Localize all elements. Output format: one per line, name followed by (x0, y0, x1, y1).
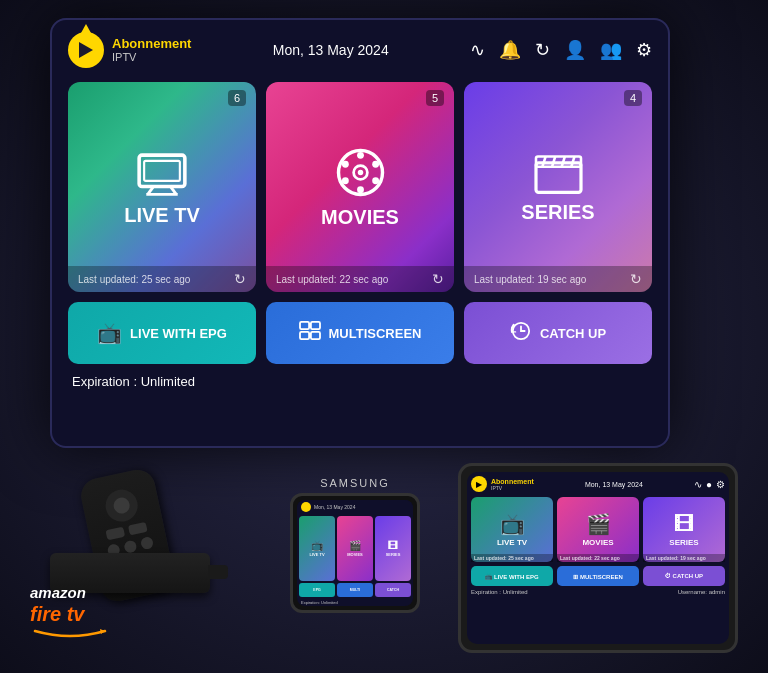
tablet-screen: ▶ Abonnement IPTV Mon, 13 May 2024 ∿ ● ⚙ (467, 472, 729, 644)
series-refresh-icon[interactable]: ↻ (630, 271, 642, 287)
phone-screen: Mon, 13 May 2024 📺 LIVE TV 🎬 MOVIES 🎞 SE… (297, 500, 413, 606)
live-tv-title: LIVE TV (124, 204, 200, 227)
movies-icon (333, 145, 388, 200)
catchup-title: CATCH UP (540, 326, 606, 341)
users-icon[interactable]: 👥 (600, 39, 622, 61)
stick-connector (208, 565, 228, 579)
phone-expiry: Expiration: Unlimited (297, 599, 413, 606)
expiration-label: Expiration : (72, 374, 137, 389)
tablet-series-card[interactable]: 🎞 SERIES Last updated: 19 sec ago (643, 497, 725, 562)
expiration-value: Unlimited (141, 374, 195, 389)
tablet-movies-updated: Last updated: 22 sec ago (557, 554, 639, 562)
tablet-header: ▶ Abonnement IPTV Mon, 13 May 2024 ∿ ● ⚙ (471, 476, 725, 492)
fire-tv-text-svg: fire tv (30, 601, 90, 625)
tv-icon (132, 148, 192, 198)
svg-point-7 (357, 152, 364, 159)
catchup-card[interactable]: CATCH UP (464, 302, 652, 364)
phone-series-card[interactable]: 🎞 SERIES (375, 516, 411, 581)
catchup-icon (510, 321, 532, 346)
tablet-multi-card[interactable]: ⊞ MULTISCREEN (557, 566, 639, 586)
phone-catchup-card[interactable]: CATCH (375, 583, 411, 597)
multiscreen-card[interactable]: MULTISCREEN (266, 302, 454, 364)
series-badge: 4 (624, 90, 642, 106)
play-icon (79, 42, 93, 58)
tablet-footer: Expiration : Unlimited Username: admin (471, 589, 725, 595)
movies-title: MOVIES (321, 206, 399, 229)
series-card[interactable]: 4 SERIES Last updated: 19 sec ago ↻ (464, 82, 652, 292)
user-icon[interactable]: 👤 (564, 39, 586, 61)
logo-text: Abonnement IPTV (112, 36, 191, 65)
firetv-stick: amazon fire tv (40, 473, 260, 593)
tablet-icons: ∿ ● ⚙ (694, 479, 725, 490)
tablet-bell-icon[interactable]: ● (706, 479, 712, 490)
movies-card[interactable]: 5 MOVIES Last updated: 22 sec ago ↻ (266, 82, 454, 292)
refresh-header-icon[interactable]: ↻ (535, 39, 550, 61)
svg-point-11 (341, 177, 348, 184)
tablet-username: Username: admin (678, 589, 725, 595)
series-updated: Last updated: 19 sec ago (474, 274, 586, 285)
phone-live-tv-card[interactable]: 📺 LIVE TV (299, 516, 335, 581)
settings-icon[interactable]: ⚙ (636, 39, 652, 61)
movies-badge: 5 (426, 90, 444, 106)
samsung-phone: SAMSUNG Mon, 13 May 2024 📺 LIVE TV 🎬 MOV… (290, 477, 420, 613)
amazon-brand-text: amazon (30, 584, 110, 601)
live-tv-card[interactable]: 6 LIVE TV Last updated: 25 sec ago ↻ (68, 82, 256, 292)
logo-icon (68, 32, 104, 68)
bell-icon[interactable]: 🔔 (499, 39, 521, 61)
live-tv-updated: Last updated: 25 sec ago (78, 274, 190, 285)
tablet-wifi-icon: ∿ (694, 479, 702, 490)
phone-epg-card[interactable]: EPG (299, 583, 335, 597)
tablet-live-updated: Last updated: 25 sec ago (471, 554, 553, 562)
phone-grid: 📺 LIVE TV 🎬 MOVIES 🎞 SERIES (297, 514, 413, 583)
tablet-movies-icon: 🎬 (586, 512, 611, 536)
movies-refresh-icon[interactable]: ↻ (432, 271, 444, 287)
expiration: Expiration : Unlimited (68, 374, 652, 389)
tablet-catchup-card[interactable]: ⏱ CATCH UP (643, 566, 725, 586)
samsung-label: SAMSUNG (290, 477, 420, 489)
logo-brand: Abonnement (112, 36, 191, 52)
tablet-bottom-row: 📺 LIVE WITH EPG ⊞ MULTISCREEN ⏱ CATCH UP (471, 566, 725, 586)
series-icon (531, 150, 586, 195)
svg-line-17 (552, 156, 555, 166)
svg-line-19 (571, 156, 574, 166)
tablet-device: ▶ Abonnement IPTV Mon, 13 May 2024 ∿ ● ⚙ (458, 463, 738, 653)
tablet-settings-icon[interactable]: ⚙ (716, 479, 725, 490)
tablet-epg-card[interactable]: 📺 LIVE WITH EPG (471, 566, 553, 586)
epg-icon: 📺 (97, 321, 122, 345)
phone-tv-icon: 📺 (311, 540, 323, 551)
series-title: SERIES (521, 201, 594, 224)
svg-point-10 (372, 161, 379, 168)
logo-area: Abonnement IPTV (68, 32, 191, 68)
tablet-series-icon: 🎞 (674, 513, 694, 536)
logo-sub: IPTV (112, 51, 191, 64)
live-epg-card[interactable]: 📺 LIVE WITH EPG (68, 302, 256, 364)
phone-logo (301, 502, 311, 512)
svg-point-12 (372, 177, 379, 184)
tablet-frame: ▶ Abonnement IPTV Mon, 13 May 2024 ∿ ● ⚙ (458, 463, 738, 653)
series-footer: Last updated: 19 sec ago ↻ (464, 266, 652, 292)
tablet-brand: Abonnement (491, 478, 534, 485)
amazon-smile-svg (30, 627, 110, 639)
header-date: Mon, 13 May 2024 (273, 42, 389, 58)
live-tv-badge: 6 (228, 90, 246, 106)
tablet-expiry: Expiration : Unlimited (471, 589, 528, 595)
main-grid: 6 LIVE TV Last updated: 25 sec ago ↻ 5 (68, 82, 652, 364)
phone-movies-card[interactable]: 🎬 MOVIES (337, 516, 373, 581)
tablet-movies-card[interactable]: 🎬 MOVIES Last updated: 22 sec ago (557, 497, 639, 562)
tablet-series-updated: Last updated: 19 sec ago (643, 554, 725, 562)
svg-line-16 (542, 156, 545, 166)
tablet-sub: IPTV (491, 485, 534, 491)
svg-rect-4 (144, 160, 180, 180)
tablet-date: Mon, 13 May 2024 (585, 481, 643, 488)
tv-screen: Abonnement IPTV Mon, 13 May 2024 ∿ 🔔 ↻ 👤… (50, 18, 670, 448)
movies-footer: Last updated: 22 sec ago ↻ (266, 266, 454, 292)
svg-rect-23 (310, 331, 319, 338)
phone-multi-card[interactable]: MULTI (337, 583, 373, 597)
wifi-icon: ∿ (470, 39, 485, 61)
svg-point-9 (341, 161, 348, 168)
multiscreen-title: MULTISCREEN (329, 326, 422, 341)
tablet-tv-icon: 📺 (500, 512, 525, 536)
live-tv-refresh-icon[interactable]: ↻ (234, 271, 246, 287)
svg-point-8 (357, 186, 364, 193)
tablet-live-tv-card[interactable]: 📺 LIVE TV Last updated: 25 sec ago (471, 497, 553, 562)
